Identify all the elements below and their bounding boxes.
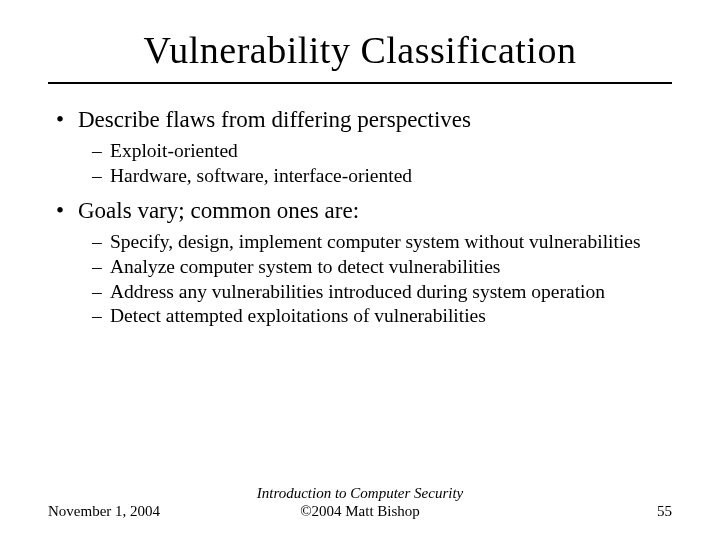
- slide-footer: November 1, 2004 Introduction to Compute…: [48, 484, 672, 520]
- sub-item: Address any vulnerabilities introduced d…: [92, 280, 672, 304]
- bullet-text: Describe flaws from differing perspectiv…: [78, 107, 471, 132]
- sub-item: Specify, design, implement computer syst…: [92, 230, 672, 254]
- bullet-text: Goals vary; common ones are:: [78, 198, 359, 223]
- slide-title: Vulnerability Classification: [48, 28, 672, 72]
- footer-book-title: Introduction to Computer Security: [256, 484, 464, 502]
- sub-list: Exploit-oriented Hardware, software, int…: [78, 139, 672, 188]
- sub-list: Specify, design, implement computer syst…: [78, 230, 672, 328]
- footer-page-number: 55: [464, 503, 672, 520]
- footer-date: November 1, 2004: [48, 503, 256, 520]
- bullet-list: Describe flaws from differing perspectiv…: [54, 106, 672, 328]
- title-underline: [48, 82, 672, 84]
- slide-content: Describe flaws from differing perspectiv…: [48, 106, 672, 328]
- sub-item: Analyze computer system to detect vulner…: [92, 255, 672, 279]
- sub-item: Hardware, software, interface-oriented: [92, 164, 672, 188]
- footer-copyright: ©2004 Matt Bishop: [256, 502, 464, 520]
- footer-center: Introduction to Computer Security ©2004 …: [256, 484, 464, 520]
- sub-item: Detect attempted exploitations of vulner…: [92, 304, 672, 328]
- list-item: Describe flaws from differing perspectiv…: [54, 106, 672, 187]
- sub-item: Exploit-oriented: [92, 139, 672, 163]
- slide: Vulnerability Classification Describe fl…: [0, 0, 720, 540]
- list-item: Goals vary; common ones are: Specify, de…: [54, 197, 672, 328]
